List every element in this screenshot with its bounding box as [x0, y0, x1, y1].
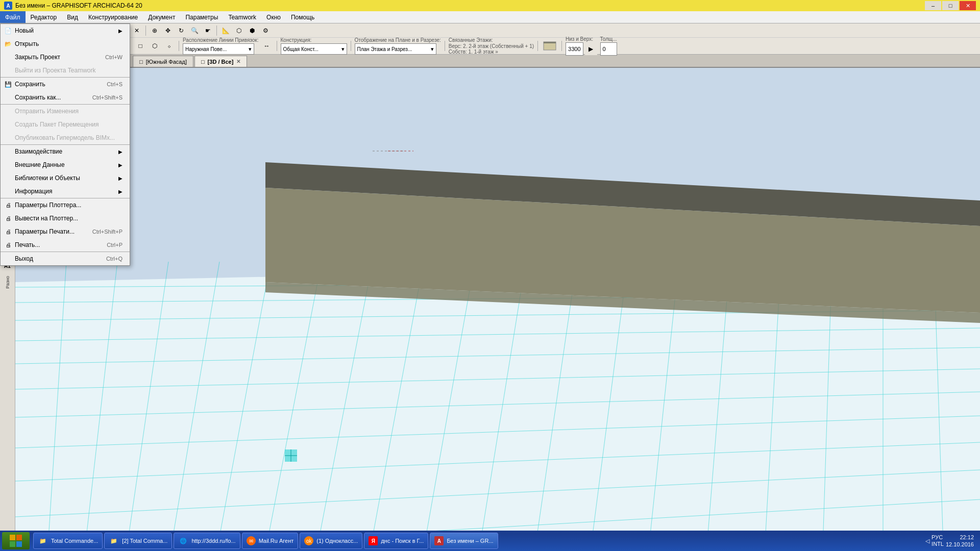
- tb-measure[interactable]: 📐: [219, 24, 232, 37]
- exit-label: Выход: [15, 255, 33, 262]
- menu-editor[interactable]: Редактор: [26, 11, 62, 23]
- print-shortcut: Ctrl+P: [107, 242, 122, 248]
- title-text: Без имени – GRAPHISOFT ARCHICAD-64 20: [15, 2, 142, 9]
- start-button[interactable]: [2, 532, 30, 549]
- tab-label-3d: [3D / Все]: [208, 59, 234, 65]
- height-value2[interactable]: 0: [600, 42, 617, 56]
- menu-construct[interactable]: Конструирование: [83, 11, 143, 23]
- tb-zoom[interactable]: 🔍: [188, 24, 201, 37]
- tb-rotate2[interactable]: ↻: [175, 24, 187, 37]
- construction-combo[interactable]: Общая Конст... ▾: [281, 43, 347, 55]
- tb-rot-geom[interactable]: ⬦: [163, 40, 175, 52]
- interact-arrow: ▶: [118, 149, 122, 155]
- taskbar-btn-yandex[interactable]: Я днс - Поиск в Г...: [364, 533, 428, 549]
- bimx-label: Опубликовать Гипермодель BIMx...: [15, 134, 115, 141]
- close-proj-label: Закрыть Проект: [15, 54, 60, 61]
- tab-3d[interactable]: □ [3D / Все] ✕: [194, 56, 247, 67]
- menu-help[interactable]: Помощь: [286, 11, 320, 23]
- ok-label: (1) Однокласс...: [316, 538, 358, 544]
- sep6: [277, 41, 277, 51]
- menu-document[interactable]: Документ: [143, 11, 180, 23]
- floor-bot-value: 1. 1-й этаж »: [469, 49, 498, 55]
- tb-hand[interactable]: ☛: [202, 24, 214, 37]
- main-area: ↖ ⬜ ▦ ⌂ ↗ ⊕ ⊞ ⊟ Докум ⊕ ↖ ⊘ A A1 Разно: [0, 68, 980, 537]
- menu-plot[interactable]: 🖨 Вывести на Плоттер...: [1, 212, 130, 225]
- menu-libraries[interactable]: Библиотеки и Объекты ▶: [1, 171, 130, 185]
- sep7: [351, 41, 351, 51]
- exit-tw-icon: [4, 66, 13, 75]
- info-arrow: ▶: [118, 189, 122, 194]
- tab-south-facade[interactable]: □ [Южный Фасад]: [133, 56, 193, 67]
- viewport[interactable]: [15, 68, 980, 537]
- menu-exit[interactable]: Выход Ctrl+Q: [1, 252, 130, 265]
- menu-window[interactable]: Окно: [261, 11, 286, 23]
- toolbar-row1: ↖ ⊞ ↺ □ ▪ ⬡ ⬜ ▦ ⌂ ✕ ⊕ ✥ ↻ 🔍 ☛ 📐 ⬡ ⬢ ⚙: [0, 23, 980, 38]
- tb-val-arrow[interactable]: ▶: [585, 43, 597, 55]
- tb-move[interactable]: ✥: [162, 24, 174, 37]
- tray-hide-btn[interactable]: ◁: [925, 538, 929, 544]
- tb-rect-geom[interactable]: □: [134, 40, 146, 52]
- menu-close-project[interactable]: Закрыть Проект Ctrl+W: [1, 51, 130, 64]
- tb-settings[interactable]: ⚙: [259, 24, 272, 37]
- menu-plotter-params[interactable]: 🖨 Параметры Плоттера...: [1, 198, 130, 212]
- plot-icon: 🖨: [4, 214, 13, 223]
- tab-label-south: [Южный Фасад]: [146, 59, 187, 65]
- taskbar-btn-archicad[interactable]: A Без имени – GR...: [430, 533, 498, 549]
- taskbar-btn-mail[interactable]: ✉ Mail.Ru Агент: [242, 533, 299, 549]
- tb-copy[interactable]: ⬡: [233, 24, 245, 37]
- menu-info[interactable]: Информация ▶: [1, 185, 130, 198]
- taskbar-btn-ok[interactable]: ok (1) Однокласс...: [300, 533, 362, 549]
- placement-combo[interactable]: Наружная Пове... ▾: [183, 43, 254, 55]
- tb-floor-icon[interactable]: [542, 39, 558, 53]
- tb-flip[interactable]: ↔: [261, 40, 273, 52]
- saveas-icon: [4, 93, 13, 102]
- placement-label: Расположение Линии Привязок:: [183, 37, 259, 43]
- menu-view[interactable]: Вид: [62, 11, 83, 23]
- tb-paste[interactable]: ⬢: [246, 24, 258, 37]
- tray-clock: 22:12 12.10.2016: [946, 534, 974, 548]
- display-arrow: ▾: [431, 46, 434, 53]
- taskbar-btn-tc1[interactable]: 📁 Total Commande...: [33, 533, 103, 549]
- yandex-icon: Я: [369, 536, 378, 545]
- menu-save[interactable]: 💾 Сохранить Ctrl+S: [1, 78, 130, 91]
- tb-x[interactable]: ✕: [131, 24, 143, 37]
- mail-icon: ✉: [247, 536, 256, 545]
- menu-create-package: Создать Пакет Перемещения: [1, 118, 130, 131]
- saveas-shortcut: Ctrl+Shift+S: [92, 94, 122, 101]
- menu-new[interactable]: 📄 Новый ▶: [1, 24, 130, 37]
- tb-poly-geom[interactable]: ⬡: [149, 40, 161, 52]
- minimize-button[interactable]: –: [925, 1, 941, 10]
- pkg-icon: [4, 120, 13, 129]
- menu-teamwork[interactable]: Teamwork: [223, 11, 261, 23]
- archicad-icon: A: [434, 536, 444, 545]
- taskbar-btn-tc2[interactable]: 📁 [2] Total Comma...: [104, 533, 172, 549]
- toolbar-row2: Укти...ны Несущие ▶ □ ⬡ ⬦ Расположение Л…: [0, 38, 980, 54]
- menu-parameters[interactable]: Параметры: [180, 11, 223, 23]
- height-value1[interactable]: 3300: [566, 42, 583, 56]
- tc1-label: Total Commande...: [51, 538, 98, 544]
- menu-print-params[interactable]: 🖨 Параметры Печати... Ctrl+Shift+P: [1, 225, 130, 238]
- tb-3d[interactable]: ⊕: [149, 24, 161, 37]
- menu-open[interactable]: 📂 Открыть: [1, 37, 130, 51]
- app-icon: A: [4, 2, 12, 10]
- floor-top-value: 2. 2-й этаж (Собственный + 1): [463, 43, 534, 49]
- ok-icon: ok: [304, 536, 313, 545]
- menu-interaction[interactable]: Взаимодействие ▶: [1, 145, 130, 158]
- plot-label: Вывести на Плоттер...: [15, 215, 78, 222]
- display-combo[interactable]: План Этажа и Разрез... ▾: [355, 43, 436, 55]
- svg-rect-42: [10, 535, 15, 540]
- menu-file[interactable]: Файл: [0, 11, 26, 23]
- maximize-button[interactable]: □: [942, 1, 959, 10]
- close-button[interactable]: ✕: [960, 1, 976, 10]
- menu-saveas[interactable]: Сохранить как... Ctrl+Shift+S: [1, 91, 130, 104]
- construction-arrow: ▾: [341, 46, 345, 53]
- menu-external-data[interactable]: Внешние Данные ▶: [1, 158, 130, 171]
- print-param-icon: 🖨: [4, 227, 13, 236]
- print-icon: 🖨: [4, 240, 13, 249]
- dropdown-menu: 📄 Новый ▶ 📂 Открыть Закрыть Проект Ctrl+…: [0, 23, 130, 266]
- taskbar-btn-3ddd[interactable]: 🌐 http://3ddd.ru/fo...: [174, 533, 240, 549]
- menu-print[interactable]: 🖨 Печать... Ctrl+P: [1, 238, 130, 252]
- tc2-label: [2] Total Comma...: [122, 538, 167, 544]
- tray-lang: РУСINTL: [932, 534, 944, 547]
- tab-close-3d[interactable]: ✕: [236, 59, 240, 64]
